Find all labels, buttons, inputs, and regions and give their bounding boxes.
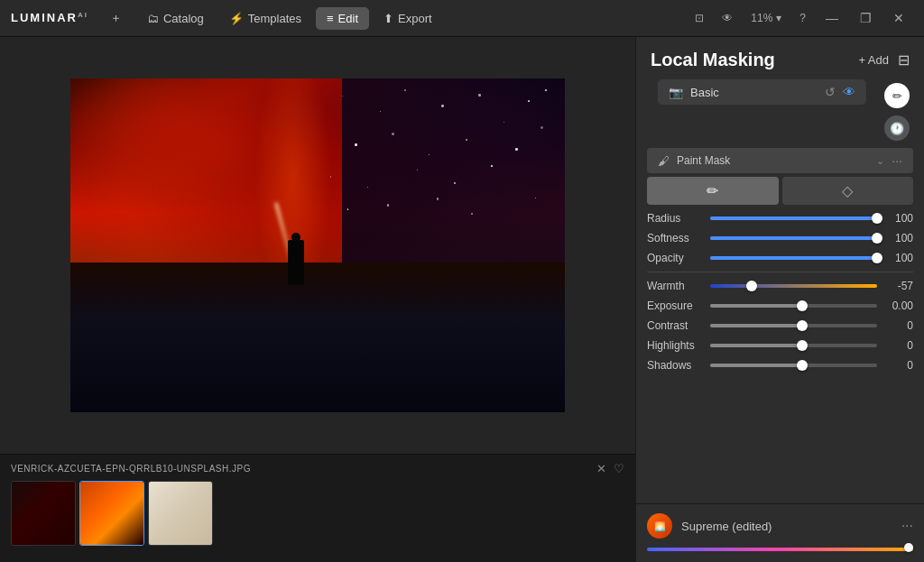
- adj-thumb-1[interactable]: [797, 320, 808, 331]
- toggle-icon[interactable]: 👁: [843, 85, 855, 99]
- brush-slider-row-1: Softness 100: [647, 232, 913, 244]
- star-21: [387, 204, 390, 207]
- star-8: [355, 143, 356, 145]
- slider-value-2: 100: [877, 252, 913, 264]
- adj-thumb-3[interactable]: [797, 360, 808, 371]
- warmth-label: Warmth: [647, 280, 710, 292]
- paint-button[interactable]: ✏: [647, 177, 779, 205]
- profile-gradient-bar: [647, 548, 913, 551]
- mask-row[interactable]: 🖌 Paint Mask ⌄ ···: [647, 148, 913, 173]
- export-icon: ⬆: [383, 12, 393, 25]
- ground-overlay: [70, 263, 565, 413]
- adj-slider-row-1: Contrast 0: [647, 319, 913, 332]
- adj-fill-0: [710, 304, 802, 308]
- mask-dropdown-icon[interactable]: ⌄: [876, 155, 884, 167]
- adj-value-2: 0: [877, 339, 913, 352]
- templates-icon: ⚡: [229, 12, 244, 25]
- slider-fill-2: [710, 256, 877, 260]
- star-5: [504, 122, 504, 123]
- star-11: [466, 139, 467, 140]
- adj-thumb-2[interactable]: [797, 340, 808, 351]
- right-panel: Local Masking + Add ⊟ 📷 Basic ↺ 👁 ✏ 🕐: [635, 37, 924, 562]
- star-23: [471, 213, 473, 215]
- visibility-button[interactable]: 👁: [715, 8, 740, 28]
- star-4: [478, 94, 481, 97]
- export-button[interactable]: ⬆ Export: [373, 7, 443, 30]
- photo-frame: [70, 78, 565, 412]
- warmth-slider-row: Warmth -57: [647, 280, 913, 292]
- filmstrip-thumb-1[interactable]: [11, 481, 76, 546]
- adj-label-1: Contrast: [647, 319, 710, 332]
- erase-button[interactable]: ◇: [782, 177, 914, 205]
- brush-primary-tool[interactable]: ✏: [884, 83, 910, 108]
- adj-slider-row-2: Highlights 0: [647, 339, 913, 352]
- warmth-thumb[interactable]: [746, 281, 757, 291]
- profile-more-button[interactable]: ···: [901, 518, 913, 534]
- slider-label-1: Softness: [647, 232, 710, 244]
- panel-settings-icon[interactable]: ⊟: [898, 51, 910, 69]
- mask-more-icon[interactable]: ···: [892, 153, 902, 168]
- star-9: [392, 133, 394, 135]
- adj-track-1[interactable]: [710, 324, 877, 327]
- thumb1-bg: [12, 482, 75, 545]
- film-close-button[interactable]: ✕: [596, 462, 606, 475]
- adj-fill-1: [710, 324, 802, 327]
- slider-thumb-1[interactable]: [872, 233, 882, 244]
- warmth-track[interactable]: [710, 284, 877, 288]
- history-tool[interactable]: 🕐: [884, 115, 910, 141]
- filmstrip-thumb-2[interactable]: [79, 481, 144, 546]
- add-mask-button[interactable]: + Add: [858, 53, 889, 67]
- star-6: [528, 100, 530, 102]
- close-button[interactable]: ✕: [884, 0, 913, 37]
- right-panel-content: 🖌 Paint Mask ⌄ ··· ✏ ◇ Radius 1: [636, 148, 924, 503]
- slider-label-2: Opacity: [647, 252, 710, 264]
- adj-label-2: Highlights: [647, 339, 710, 352]
- brush-sliders: Radius 100 Softness 100 Opacity 100: [636, 212, 924, 264]
- catalog-button[interactable]: 🗂 Catalog: [136, 7, 215, 30]
- adj-track-2[interactable]: [710, 344, 877, 347]
- filmstrip-thumb-3[interactable]: [148, 481, 213, 546]
- star-18: [491, 165, 493, 167]
- brush-slider-row-2: Opacity 100: [647, 252, 913, 264]
- star-7: [545, 89, 547, 91]
- panel-header: Local Masking + Add ⊟: [636, 37, 924, 79]
- slider-thumb-2[interactable]: [872, 253, 882, 263]
- adj-slider-row-0: Exposure 0.00: [647, 299, 913, 312]
- film-filename: VENRICK-AZCUETA-EPN-QRRLB10-UNSPLASH.JPG: [11, 464, 589, 474]
- star-13: [541, 126, 543, 129]
- slider-track-2[interactable]: [710, 256, 877, 260]
- templates-button[interactable]: ⚡ Templates: [218, 7, 312, 30]
- help-button[interactable]: ?: [792, 8, 813, 28]
- separator: [647, 272, 913, 272]
- erase-icon: ◇: [842, 182, 853, 199]
- basic-section-header[interactable]: 📷 Basic ↺ 👁: [658, 79, 866, 105]
- profile-avatar: 🌅: [647, 513, 672, 539]
- slider-thumb-0[interactable]: [872, 213, 882, 224]
- adj-fill-3: [710, 364, 802, 367]
- slider-fill-0: [710, 217, 877, 220]
- maximize-button[interactable]: ❐: [851, 0, 881, 37]
- star-15: [367, 187, 368, 188]
- add-button[interactable]: ＋: [99, 5, 133, 31]
- film-favorite-button[interactable]: ♡: [614, 462, 624, 475]
- adj-thumb-0[interactable]: [797, 300, 808, 311]
- minimize-button[interactable]: —: [817, 0, 847, 37]
- adj-value-3: 0: [877, 359, 913, 372]
- zoom-selector[interactable]: 11% ▾: [744, 8, 789, 28]
- compare-button[interactable]: ⊡: [688, 8, 711, 28]
- star-12: [515, 148, 518, 151]
- slider-value-0: 100: [877, 212, 913, 225]
- adj-track-3[interactable]: [710, 364, 877, 367]
- catalog-icon: 🗂: [147, 12, 159, 25]
- star-1: [380, 111, 381, 112]
- adjustment-sliders: Exposure 0.00 Contrast 0 Highlights 0 Sh…: [636, 299, 924, 372]
- basic-section-title: Basic: [690, 86, 818, 99]
- canvas-area: VENRICK-AZCUETA-EPN-QRRLB10-UNSPLASH.JPG…: [0, 37, 635, 562]
- edit-button[interactable]: ≡ Edit: [316, 7, 369, 30]
- slider-track-1[interactable]: [710, 236, 877, 240]
- star-10: [429, 154, 430, 155]
- undo-icon[interactable]: ↺: [825, 85, 836, 99]
- photo-canvas[interactable]: [0, 37, 635, 454]
- adj-track-0[interactable]: [710, 304, 877, 308]
- slider-track-0[interactable]: [710, 217, 877, 220]
